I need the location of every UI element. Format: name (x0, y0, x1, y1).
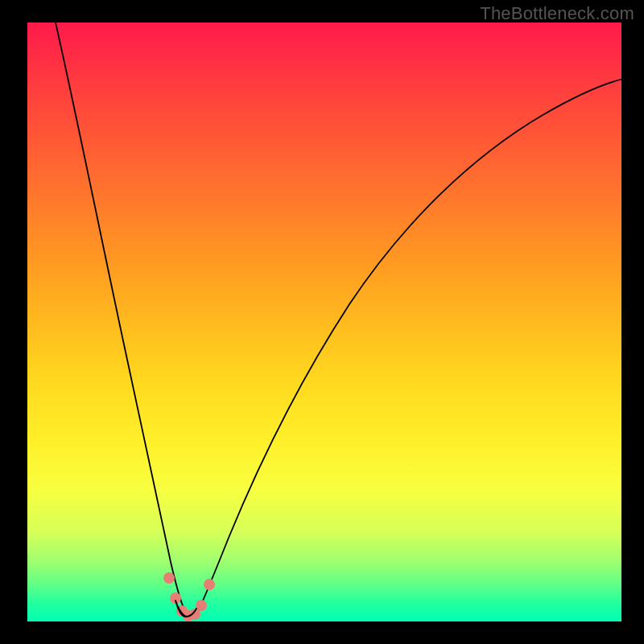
left-curve-branch (56, 23, 187, 615)
right-curve-branch (196, 79, 623, 615)
marker-dot (204, 579, 215, 590)
marker-dot (196, 600, 207, 611)
watermark-text: TheBottleneck.com (480, 3, 634, 24)
marker-dot (163, 572, 175, 584)
plot-area (27, 23, 621, 621)
chart-frame: TheBottleneck.com (0, 0, 644, 644)
bottleneck-curve-svg (27, 23, 621, 621)
